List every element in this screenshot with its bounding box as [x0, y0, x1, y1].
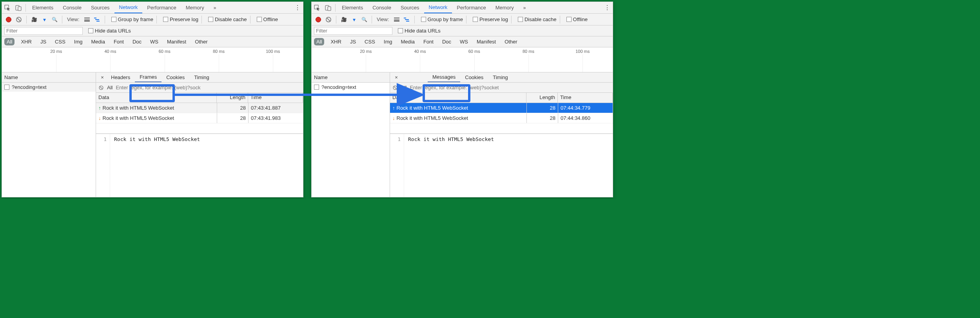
clear-messages-icon[interactable] [393, 85, 397, 90]
disable-cache-checkbox[interactable]: Disable cache [208, 16, 247, 22]
type-manifest[interactable]: Manifest [165, 38, 189, 45]
detail-tab-timing[interactable]: Timing [488, 72, 513, 82]
large-rows-icon[interactable] [392, 18, 401, 22]
detail-tab-timing[interactable]: Timing [189, 72, 214, 82]
large-rows-icon[interactable] [83, 18, 91, 22]
preserve-log-checkbox[interactable]: Preserve log [473, 16, 508, 22]
group-by-frame-checkbox[interactable]: Group by frame [111, 16, 153, 22]
col-time[interactable]: Time [558, 93, 613, 103]
tab-console[interactable]: Console [58, 2, 86, 13]
timeline[interactable]: 20 ms 40 ms 60 ms 80 ms 100 ms [2, 47, 303, 72]
tab-performance[interactable]: Performance [452, 2, 490, 13]
col-data[interactable]: Data [390, 93, 526, 103]
offline-checkbox[interactable]: Offline [257, 16, 278, 22]
search-icon[interactable] [50, 17, 59, 22]
tab-memory[interactable]: Memory [491, 2, 519, 13]
record-button[interactable] [4, 17, 13, 22]
hide-data-urls-checkbox[interactable]: Hide data URLs [398, 28, 441, 34]
col-length[interactable]: Length [217, 93, 248, 103]
waterfall-icon[interactable] [93, 18, 102, 22]
filter-input[interactable] [4, 27, 83, 35]
type-img[interactable]: Img [381, 38, 395, 45]
type-js[interactable]: JS [348, 38, 358, 45]
device-toggle-icon[interactable] [323, 2, 334, 13]
frame-row[interactable]: ↑Rock it with HTML5 WebSocket 28 07:43:4… [96, 103, 303, 113]
type-css[interactable]: CSS [53, 38, 68, 45]
tab-performance[interactable]: Performance [142, 2, 181, 13]
filter-icon[interactable]: ▾ [40, 16, 49, 23]
disable-cache-checkbox[interactable]: Disable cache [518, 16, 557, 22]
tab-more[interactable]: » [519, 2, 531, 13]
name-header[interactable]: Name [2, 72, 96, 83]
request-checkbox[interactable] [314, 85, 319, 90]
type-ws[interactable]: WS [457, 38, 470, 45]
tab-console[interactable]: Console [368, 2, 396, 13]
screenshot-icon[interactable] [339, 17, 348, 22]
col-length[interactable]: Length [526, 93, 558, 103]
frames-filter-all[interactable]: All [107, 85, 113, 90]
type-other[interactable]: Other [192, 38, 210, 45]
type-js[interactable]: JS [38, 38, 49, 45]
messages-filter-all[interactable]: All [401, 85, 407, 90]
type-all[interactable]: All [314, 38, 324, 45]
detail-tab-cookies[interactable]: Cookies [460, 72, 488, 82]
request-item[interactable]: ?encoding=text [2, 83, 96, 92]
offline-checkbox[interactable]: Offline [566, 16, 588, 22]
message-row[interactable]: ↓Rock it with HTML5 WebSocket 28 07:44:3… [390, 113, 613, 123]
detail-tab-headers[interactable]: Headers [106, 72, 135, 82]
close-detail-icon[interactable]: × [392, 74, 400, 80]
type-other[interactable]: Other [502, 38, 520, 45]
waterfall-icon[interactable] [403, 18, 411, 22]
tab-network[interactable]: Network [114, 2, 143, 13]
detail-tab-frames[interactable]: Frames [135, 72, 162, 82]
frame-row[interactable]: ↓Rock it with HTML5 WebSocket 28 07:43:4… [96, 113, 303, 123]
type-doc[interactable]: Doc [440, 38, 454, 45]
inspect-icon[interactable] [312, 2, 323, 13]
type-media[interactable]: Media [89, 38, 107, 45]
kebab-menu-icon[interactable]: ⋮ [602, 2, 613, 13]
tab-sources[interactable]: Sources [396, 2, 424, 13]
filter-icon[interactable]: ▾ [350, 16, 358, 23]
tab-sources[interactable]: Sources [86, 2, 114, 13]
tab-elements[interactable]: Elements [337, 2, 368, 13]
type-manifest[interactable]: Manifest [474, 38, 498, 45]
preserve-log-checkbox[interactable]: Preserve log [163, 16, 198, 22]
message-row[interactable]: ↑Rock it with HTML5 WebSocket 28 07:44:3… [390, 103, 613, 113]
kebab-menu-icon[interactable]: ⋮ [292, 2, 303, 13]
request-checkbox[interactable] [4, 85, 9, 90]
col-data[interactable]: Data [96, 93, 217, 103]
clear-frames-icon[interactable] [99, 85, 103, 90]
type-css[interactable]: CSS [362, 38, 377, 45]
messages-regex-input[interactable] [410, 85, 613, 90]
tab-elements[interactable]: Elements [27, 2, 58, 13]
tab-memory[interactable]: Memory [181, 2, 209, 13]
type-xhr[interactable]: XHR [328, 38, 343, 45]
record-button[interactable] [314, 17, 323, 22]
detail-tab-messages[interactable]: Messages [428, 72, 460, 82]
clear-button[interactable] [324, 17, 333, 22]
search-icon[interactable] [360, 17, 368, 22]
name-header[interactable]: Name [312, 72, 390, 83]
frames-regex-input[interactable] [116, 85, 303, 90]
group-by-frame-checkbox[interactable]: Group by frame [421, 16, 463, 22]
request-item[interactable]: ?encoding=text [312, 83, 390, 92]
col-time[interactable]: Time [248, 93, 303, 103]
type-font[interactable]: Font [421, 38, 436, 45]
type-xhr[interactable]: XHR [18, 38, 34, 45]
inspect-icon[interactable] [2, 2, 13, 13]
type-doc[interactable]: Doc [130, 38, 144, 45]
clear-button[interactable] [15, 17, 23, 22]
timeline[interactable]: 20 ms 40 ms 60 ms 80 ms 100 ms [312, 47, 613, 72]
close-detail-icon[interactable]: × [98, 74, 106, 80]
type-img[interactable]: Img [72, 38, 85, 45]
filter-input[interactable] [314, 27, 392, 35]
detail-tab-cookies[interactable]: Cookies [162, 72, 189, 82]
device-toggle-icon[interactable] [13, 2, 24, 13]
tab-more[interactable]: » [209, 2, 221, 13]
type-all[interactable]: All [4, 38, 15, 45]
type-media[interactable]: Media [398, 38, 417, 45]
type-ws[interactable]: WS [148, 38, 161, 45]
screenshot-icon[interactable] [30, 17, 38, 22]
type-font[interactable]: Font [111, 38, 126, 45]
detail-tab-hidden[interactable] [400, 72, 428, 82]
